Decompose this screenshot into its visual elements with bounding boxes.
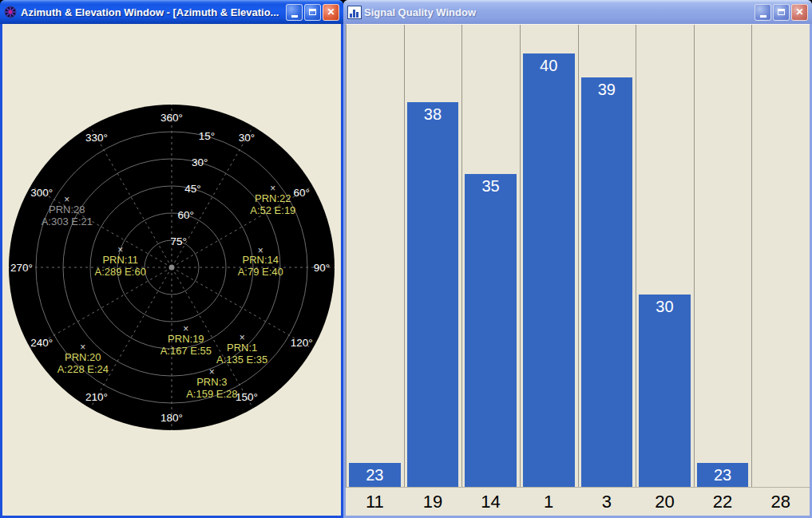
satellite-prn-label: PRN:28 bbox=[49, 204, 85, 216]
satellite-azimuth-elevation-label: A:135 E:35 bbox=[216, 354, 267, 366]
elevation-ring-label: 30° bbox=[192, 156, 208, 168]
chart-bar: 40 bbox=[523, 53, 575, 487]
satellite-azimuth-elevation-label: A:289 E:60 bbox=[95, 266, 146, 278]
chart-column: 35 bbox=[462, 25, 521, 487]
satellite-prn-label: PRN:14 bbox=[242, 254, 279, 266]
azimuth-degree-label: 90° bbox=[314, 262, 330, 274]
chart-column: 23 bbox=[347, 25, 405, 487]
x-axis-label: 19 bbox=[404, 492, 462, 512]
azimuth-degree-label: 210° bbox=[85, 391, 108, 403]
chart-column: 23 bbox=[695, 25, 753, 487]
azimuth-degree-label: 180° bbox=[160, 412, 183, 424]
maximize-icon bbox=[778, 9, 785, 15]
azimuth-degree-label: 240° bbox=[30, 337, 53, 349]
x-axis-label: 11 bbox=[346, 492, 404, 512]
sky-plot-svg: 15°30°45°60°75°30°60°90°120°150°180°210°… bbox=[2, 24, 341, 516]
x-axis-label: 3 bbox=[578, 492, 636, 512]
maximize-button[interactable] bbox=[304, 4, 321, 21]
azimuth-degree-label: 150° bbox=[236, 391, 258, 403]
satellite-prn-label: PRN:11 bbox=[102, 254, 138, 266]
satellite-prn-label: PRN:1 bbox=[227, 342, 257, 354]
signal-quality-chart: 23383540393023 11191413202228 bbox=[346, 24, 810, 516]
x-axis-label: 28 bbox=[751, 492, 810, 512]
minimize-button[interactable] bbox=[755, 4, 771, 21]
azimuth-elevation-titlebar[interactable]: Azimuth & Elevation Window - [Azimuth & … bbox=[0, 0, 343, 24]
bar-value-label: 40 bbox=[523, 56, 575, 75]
bar-value-label: 30 bbox=[639, 297, 691, 316]
x-axis-label: 1 bbox=[520, 492, 578, 512]
azimuth-degree-label: 270° bbox=[10, 262, 33, 274]
window-title: Azimuth & Elevation Window - [Azimuth & … bbox=[21, 6, 282, 18]
bar-chart-icon bbox=[347, 6, 360, 18]
azimuth-degree-label: 330° bbox=[85, 132, 108, 144]
chart-bar: 23 bbox=[349, 463, 401, 487]
close-button[interactable]: ✕ bbox=[323, 4, 339, 21]
signal-quality-window: Signal Quality Window ✕ 23383540393023 1… bbox=[343, 0, 812, 518]
sky-plot-area: 15°30°45°60°75°30°60°90°120°150°180°210°… bbox=[2, 24, 341, 516]
satellite-azimuth-elevation-label: A:228 E:24 bbox=[57, 363, 109, 375]
satellite-prn-label: PRN:20 bbox=[65, 351, 101, 363]
close-icon: ✕ bbox=[795, 6, 803, 18]
signal-quality-titlebar[interactable]: Signal Quality Window ✕ bbox=[343, 0, 812, 24]
bar-value-label: 23 bbox=[697, 465, 749, 484]
chart-bar: 39 bbox=[581, 77, 633, 487]
chart-column: 30 bbox=[636, 25, 695, 487]
chart-column: 38 bbox=[405, 25, 463, 487]
minimize-icon bbox=[760, 15, 766, 18]
satellite-azimuth-elevation-label: A:79 E:40 bbox=[238, 266, 283, 278]
satellite-prn-label: PRN:3 bbox=[196, 376, 227, 388]
azimuth-elevation-window: Azimuth & Elevation Window - [Azimuth & … bbox=[0, 0, 343, 518]
chart-column: 40 bbox=[521, 25, 579, 487]
chart-column: 39 bbox=[579, 25, 637, 487]
satellite-prn-label: PRN:19 bbox=[168, 333, 204, 345]
chart-x-axis: 11191413202228 bbox=[346, 488, 810, 516]
satellite-azimuth-elevation-label: A:167 E:55 bbox=[160, 345, 212, 357]
x-axis-label: 14 bbox=[461, 492, 520, 512]
chart-bar: 38 bbox=[407, 102, 459, 487]
azimuth-degree-label: 60° bbox=[294, 187, 310, 199]
satellite-prn-label: PRN:22 bbox=[255, 192, 291, 204]
satellite-azimuth-elevation-label: A:159 E:28 bbox=[186, 388, 237, 400]
minimize-icon bbox=[291, 15, 298, 18]
maximize-button[interactable] bbox=[773, 4, 790, 21]
x-axis-label: 20 bbox=[636, 492, 694, 512]
satellite-azimuth-elevation-label: A:303 E:21 bbox=[42, 216, 93, 227]
sky-plot-center-dot bbox=[169, 265, 175, 271]
bar-value-label: 23 bbox=[349, 465, 401, 484]
chart-bar: 23 bbox=[697, 463, 749, 487]
maximize-icon bbox=[309, 9, 316, 15]
minimize-button[interactable] bbox=[286, 4, 303, 21]
elevation-ring-label: 60° bbox=[177, 209, 193, 221]
close-icon: ✕ bbox=[327, 6, 335, 18]
azimuth-degree-label: 300° bbox=[30, 187, 53, 199]
bar-value-label: 39 bbox=[581, 80, 633, 99]
chart-bar: 30 bbox=[639, 295, 691, 487]
azimuth-degree-label: 30° bbox=[239, 132, 255, 144]
x-axis-label: 22 bbox=[694, 492, 752, 512]
window-title: Signal Quality Window bbox=[364, 6, 751, 18]
close-button[interactable]: ✕ bbox=[791, 4, 808, 21]
satellite-azimuth-elevation-label: A:52 E:19 bbox=[250, 204, 295, 216]
compass-starburst-icon bbox=[4, 6, 17, 18]
azimuth-degree-label: 360° bbox=[160, 112, 183, 124]
elevation-ring-label: 15° bbox=[199, 130, 215, 142]
elevation-ring-label: 45° bbox=[184, 183, 200, 195]
azimuth-degree-label: 120° bbox=[291, 337, 313, 349]
chart-bar: 35 bbox=[465, 174, 517, 487]
chart-plot-area: 23383540393023 bbox=[346, 24, 810, 488]
bar-value-label: 38 bbox=[407, 105, 459, 124]
chart-column bbox=[752, 25, 810, 487]
elevation-ring-label: 75° bbox=[171, 235, 187, 247]
bar-value-label: 35 bbox=[465, 176, 517, 196]
